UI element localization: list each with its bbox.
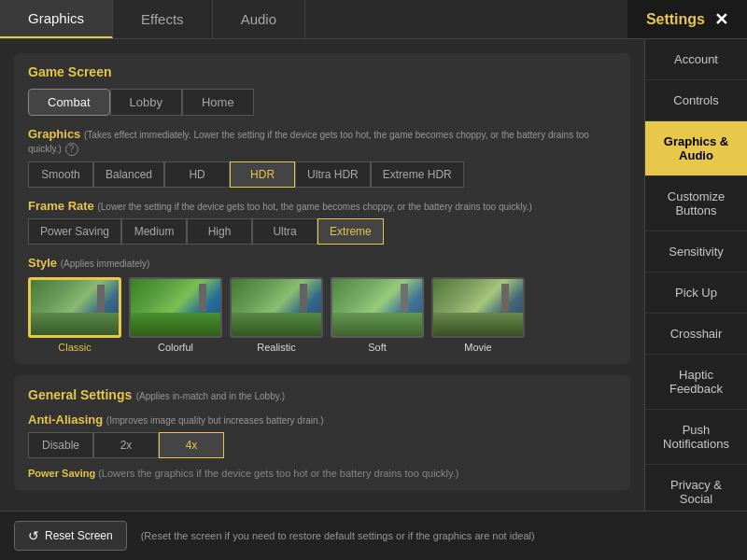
- reset-screen-description: (Reset the screen if you need to restore…: [141, 530, 535, 541]
- sidebar-item-push-notifications[interactable]: Push Notifications: [645, 410, 747, 465]
- sub-tab-combat[interactable]: Combat: [28, 89, 110, 116]
- graphics-options: Smooth Balanced HD HDR Ultra HDR Extreme…: [28, 161, 616, 188]
- top-tabs-bar: Graphics Effects Audio Settings ✕: [0, 0, 747, 39]
- sidebar-item-pick-up[interactable]: Pick Up: [645, 273, 747, 314]
- game-screen-section: Game Screen Combat Lobby Home Graphics (…: [14, 53, 630, 364]
- graphics-hd-btn[interactable]: HD: [164, 161, 230, 188]
- style-classic-card[interactable]: Classic: [28, 277, 121, 353]
- sidebar-item-controls[interactable]: Controls: [645, 80, 747, 121]
- graphics-desc: (Takes effect immediately. Lower the set…: [28, 130, 589, 154]
- antialiasing-label: Anti-Aliasing: [28, 413, 103, 427]
- sub-tabs-row: Combat Lobby Home: [28, 89, 616, 116]
- main-layout: Game Screen Combat Lobby Home Graphics (…: [0, 39, 747, 511]
- sub-tab-lobby[interactable]: Lobby: [110, 89, 182, 116]
- style-classic-img: [28, 277, 121, 338]
- close-icon[interactable]: ✕: [714, 9, 728, 30]
- style-desc: (Applies immediately): [61, 259, 150, 269]
- antialiasing-disable-btn[interactable]: Disable: [28, 432, 93, 458]
- sidebar-item-haptic-feedback[interactable]: Haptic Feedback: [645, 355, 747, 410]
- antialiasing-2x-btn[interactable]: 2x: [93, 432, 159, 458]
- sidebar-item-sensitivity[interactable]: Sensitivity: [645, 231, 747, 273]
- game-screen-title: Game Screen: [28, 64, 616, 79]
- settings-header: Settings ✕: [627, 0, 747, 38]
- sidebar-item-privacy-social[interactable]: Privacy & Social: [645, 465, 747, 511]
- sub-tab-home[interactable]: Home: [182, 89, 254, 116]
- right-sidebar: Account Controls Graphics & Audio Custom…: [644, 39, 747, 511]
- style-movie-card[interactable]: Movie: [431, 277, 525, 353]
- framerate-high-btn[interactable]: High: [187, 218, 252, 245]
- framerate-options: Power Saving Medium High Ultra Extreme: [28, 218, 616, 245]
- framerate-medium-btn[interactable]: Medium: [121, 218, 187, 245]
- graphics-ultrahdr-btn[interactable]: Ultra HDR: [295, 161, 371, 188]
- tab-effects[interactable]: Effects: [113, 0, 213, 38]
- style-label: Style: [28, 256, 57, 270]
- tab-graphics[interactable]: Graphics: [0, 0, 113, 38]
- general-settings-title: General Settings: [28, 387, 132, 402]
- tab-audio[interactable]: Audio: [213, 0, 305, 38]
- style-soft-card[interactable]: Soft: [331, 277, 424, 353]
- graphics-extremehdr-btn[interactable]: Extreme HDR: [371, 161, 464, 188]
- power-saving-note: Power Saving (Lowers the graphics if the…: [28, 468, 616, 479]
- antialiasing-options: Disable 2x 4x: [28, 432, 616, 458]
- framerate-ultra-btn[interactable]: Ultra: [252, 218, 317, 245]
- reset-icon: ↺: [28, 528, 39, 543]
- style-colorful-label: Colorful: [158, 342, 193, 353]
- power-saving-desc: (Lowers the graphics if the device gets …: [98, 468, 458, 479]
- framerate-extreme-btn[interactable]: Extreme: [317, 218, 384, 245]
- graphics-smooth-btn[interactable]: Smooth: [28, 161, 93, 188]
- left-content-panel: Game Screen Combat Lobby Home Graphics (…: [0, 39, 644, 511]
- style-soft-img: [331, 277, 424, 338]
- style-classic-label: Classic: [58, 342, 91, 353]
- reset-screen-button[interactable]: ↺ Reset Screen: [14, 521, 127, 551]
- style-colorful-card[interactable]: Colorful: [129, 277, 222, 353]
- antialiasing-desc: (Improves image quality but increases ba…: [106, 415, 324, 426]
- graphics-info-icon[interactable]: ?: [65, 143, 78, 156]
- sidebar-item-graphics-audio[interactable]: Graphics & Audio: [645, 121, 747, 176]
- style-realistic-card[interactable]: Realistic: [230, 277, 323, 353]
- graphics-balanced-btn[interactable]: Balanced: [93, 161, 164, 188]
- framerate-powersaving-btn[interactable]: Power Saving: [28, 218, 121, 245]
- general-settings-desc: (Applies in-match and in the Lobby.): [136, 391, 285, 401]
- sidebar-item-account[interactable]: Account: [645, 39, 747, 80]
- sidebar-item-crosshair[interactable]: Crosshair: [645, 314, 747, 355]
- general-settings-section: General Settings (Applies in-match and i…: [14, 375, 630, 490]
- style-movie-label: Movie: [464, 342, 491, 353]
- style-realistic-img: [230, 277, 323, 338]
- sidebar-item-customize-buttons[interactable]: Customize Buttons: [645, 176, 747, 231]
- style-realistic-label: Realistic: [257, 342, 296, 353]
- style-cards-row: Classic Colorful Realistic Soft: [28, 277, 616, 353]
- style-colorful-img: [129, 277, 222, 338]
- framerate-desc: (Lower the setting if the device gets to…: [97, 202, 531, 212]
- framerate-label: Frame Rate: [28, 199, 94, 213]
- reset-screen-label: Reset Screen: [45, 529, 113, 542]
- style-soft-label: Soft: [368, 342, 387, 353]
- graphics-label: Graphics: [28, 127, 80, 141]
- bottom-bar: ↺ Reset Screen (Reset the screen if you …: [0, 511, 747, 560]
- power-saving-label: Power Saving: [28, 468, 95, 479]
- antialiasing-4x-btn[interactable]: 4x: [159, 432, 224, 458]
- graphics-hdr-btn[interactable]: HDR: [230, 161, 295, 188]
- style-movie-img: [431, 277, 525, 338]
